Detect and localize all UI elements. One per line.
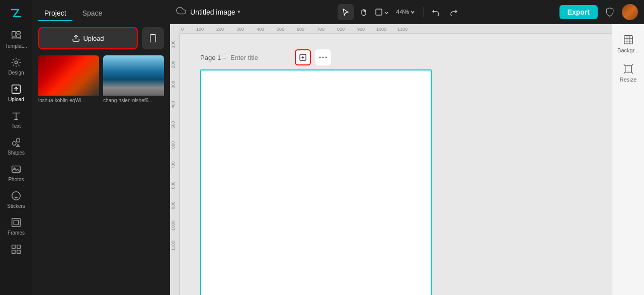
- sidebar-item-templates[interactable]: Templat...: [2, 26, 30, 53]
- cloud-save-icon[interactable]: [176, 6, 186, 18]
- page-number-label: Page 1 –: [200, 54, 226, 61]
- export-button[interactable]: Export: [559, 5, 598, 19]
- ruler-horizontal: 0 100 200 300 400 500 600 700 800 900 10…: [180, 24, 612, 34]
- svg-point-5: [15, 61, 18, 64]
- svg-point-11: [12, 192, 21, 200]
- svg-text:900: 900: [357, 27, 365, 32]
- page-more-button[interactable]: [315, 49, 331, 65]
- svg-rect-14: [12, 218, 21, 227]
- svg-rect-18: [12, 250, 15, 253]
- image-thumb-ocean[interactable]: chang-hsien-nlshef6...: [103, 55, 164, 103]
- sidebar-item-upload[interactable]: Upload: [2, 80, 30, 106]
- upload-device-button[interactable]: [142, 27, 164, 49]
- svg-rect-16: [12, 245, 15, 248]
- svg-text:400: 400: [171, 101, 176, 108]
- svg-text:800: 800: [171, 181, 176, 189]
- app-logo[interactable]: [7, 4, 25, 22]
- svg-text:700: 700: [317, 27, 325, 32]
- sidebar-item-shapes[interactable]: Shapes: [2, 133, 30, 160]
- header-tools: 44%: [338, 4, 462, 20]
- canvas-scroll-area[interactable]: Page 1 –: [180, 34, 612, 295]
- svg-rect-9: [12, 166, 21, 173]
- svg-rect-53: [624, 36, 632, 44]
- sidebar-label-frames: Frames: [8, 230, 25, 236]
- svg-point-52: [326, 57, 327, 58]
- canvas-page[interactable]: [200, 69, 432, 295]
- svg-text:900: 900: [171, 201, 176, 209]
- svg-rect-2: [17, 32, 20, 34]
- svg-text:600: 600: [297, 27, 304, 32]
- canvas-inner: Page 1 –: [180, 34, 612, 295]
- resize-label: Resize: [620, 77, 637, 83]
- svg-text:1100: 1100: [397, 27, 408, 32]
- shield-icon[interactable]: [602, 4, 618, 20]
- user-avatar[interactable]: [622, 4, 638, 20]
- svg-text:200: 200: [216, 27, 224, 32]
- svg-rect-23: [376, 9, 382, 15]
- hand-tool-button[interactable]: [356, 4, 372, 20]
- tab-project[interactable]: Project: [38, 6, 72, 21]
- right-sidebar: Backgr... Resize: [612, 24, 644, 295]
- sidebar-item-grid[interactable]: [2, 240, 30, 261]
- sidebar-label-upload: Upload: [8, 97, 24, 102]
- sidebar-item-frames[interactable]: Frames: [2, 213, 30, 240]
- svg-rect-1: [12, 32, 16, 36]
- panel-sidebar: Project Space Upload joshua-koblin-eqWl.…: [32, 0, 170, 295]
- image-grid: joshua-koblin-eqWl... chang-hsien-nlshef…: [38, 55, 164, 103]
- svg-text:0: 0: [181, 27, 184, 32]
- svg-rect-17: [17, 245, 20, 248]
- frame-tool-button[interactable]: [374, 4, 390, 20]
- svg-rect-19: [17, 250, 20, 253]
- svg-point-7: [13, 141, 16, 145]
- title-caret-icon: ▾: [237, 9, 240, 15]
- svg-text:800: 800: [337, 27, 345, 32]
- svg-text:200: 200: [171, 60, 176, 68]
- sidebar-item-text[interactable]: Text: [2, 106, 30, 133]
- canvas-container: 0 100 200 300 400 500 600 700 800 900 10…: [170, 24, 612, 295]
- sidebar-label-design: Design: [8, 70, 24, 76]
- svg-rect-54: [625, 66, 631, 72]
- background-label: Backgr...: [617, 47, 639, 53]
- svg-rect-4: [12, 37, 21, 39]
- svg-text:500: 500: [171, 121, 176, 128]
- ruler-vertical: 100 200 300 400 500 600 700 800 900 1000…: [170, 34, 180, 295]
- header: Untitled image ▾ 44%: [170, 0, 644, 24]
- page-title-input[interactable]: [230, 54, 291, 61]
- upload-button[interactable]: Upload: [38, 27, 138, 49]
- svg-text:300: 300: [171, 81, 176, 88]
- add-to-page-button[interactable]: [295, 49, 311, 65]
- image-label-car: joshua-koblin-eqWl...: [38, 98, 99, 103]
- upload-button-label: Upload: [83, 35, 104, 42]
- sidebar-label-text: Text: [12, 123, 21, 129]
- svg-text:1100: 1100: [171, 241, 176, 251]
- header-divider: [423, 7, 424, 17]
- svg-text:400: 400: [257, 27, 264, 32]
- tab-space[interactable]: Space: [76, 6, 109, 21]
- sidebar-item-stickers[interactable]: Stickers: [2, 186, 30, 213]
- svg-text:1000: 1000: [171, 220, 176, 231]
- svg-text:600: 600: [171, 141, 176, 149]
- svg-point-51: [323, 57, 324, 58]
- svg-text:300: 300: [236, 27, 244, 32]
- sidebar-item-photos[interactable]: Photos: [2, 160, 30, 186]
- title-text: Untitled image: [190, 8, 235, 16]
- resize-tool[interactable]: Resize: [615, 59, 642, 87]
- redo-button[interactable]: [446, 4, 462, 20]
- ruler-corner: [170, 24, 180, 34]
- svg-rect-15: [14, 220, 18, 225]
- panel-tabs: Project Space: [32, 0, 170, 21]
- svg-text:700: 700: [171, 161, 176, 169]
- background-tool[interactable]: Backgr...: [615, 30, 642, 57]
- sidebar-label-photos: Photos: [8, 177, 24, 182]
- zoom-value: 44%: [396, 8, 409, 16]
- sidebar-item-design[interactable]: Design: [2, 53, 30, 80]
- canvas-content-row: 100 200 300 400 500 600 700 800 900 1000…: [170, 34, 612, 295]
- zoom-control[interactable]: 44%: [392, 4, 419, 20]
- undo-button[interactable]: [428, 4, 444, 20]
- svg-text:100: 100: [171, 40, 176, 48]
- select-tool-button[interactable]: [338, 4, 354, 20]
- document-title[interactable]: Untitled image ▾: [190, 8, 240, 16]
- sidebar-label-templates: Templat...: [5, 43, 27, 49]
- svg-text:100: 100: [196, 27, 204, 32]
- image-thumb-car[interactable]: joshua-koblin-eqWl...: [38, 55, 99, 103]
